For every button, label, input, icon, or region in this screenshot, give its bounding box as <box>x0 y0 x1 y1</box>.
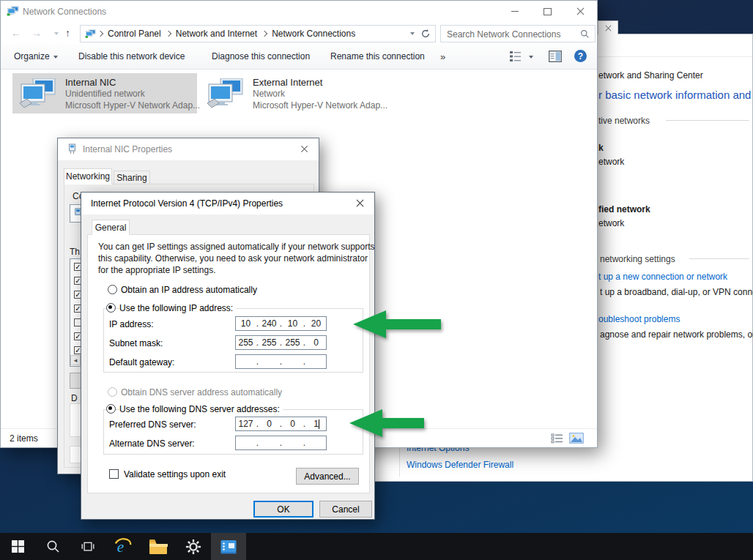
nsc-troubleshoot-link[interactable]: oubleshoot problems <box>598 314 680 324</box>
ip-address-field[interactable]: 10 240 10 20 <box>235 316 327 331</box>
close-button[interactable] <box>345 193 374 214</box>
help-icon[interactable]: ? <box>574 50 587 62</box>
connection-status: Unidentified network <box>65 89 145 99</box>
disable-device-button[interactable]: Disable this network device <box>78 51 185 61</box>
file-explorer-icon <box>149 539 168 554</box>
network-connections-app-icon <box>220 539 237 555</box>
alternate-dns-field[interactable] <box>235 436 327 450</box>
advanced-button[interactable]: Advanced... <box>296 468 359 485</box>
intro-text: You can get IP settings assigned automat… <box>98 241 375 276</box>
address-bar[interactable]: Control Panel Network and Internet Netwo… <box>80 25 436 42</box>
internet-explorer-icon: e <box>114 537 133 556</box>
obtain-dns-radio <box>108 387 117 397</box>
preferred-dns-field[interactable]: 127 0 0 1 <box>235 417 327 431</box>
nsc-breadcrumb-fragment: etwork and Sharing Center <box>598 70 703 81</box>
file-explorer-button[interactable] <box>141 533 176 560</box>
nc-navigation-bar: ← → ↑ Control Panel Network and Internet… <box>1 23 597 45</box>
section-rule <box>666 120 749 121</box>
background-close-icon[interactable] <box>598 20 618 34</box>
connection-item-internal-nic[interactable]: Internal NIC Unidentified network Micros… <box>12 73 197 113</box>
connection-device: Microsoft Hyper-V Network Adap... <box>65 100 200 111</box>
breadcrumb-network-connections[interactable]: Network Connections <box>272 29 355 39</box>
green-arrow-preferred-dns <box>346 406 429 440</box>
alternate-dns-label: Alternate DNS server: <box>109 438 195 449</box>
octet-separator <box>256 438 259 448</box>
windows-defender-firewall-link[interactable]: Windows Defender Firewall <box>407 460 513 470</box>
search-icon[interactable] <box>580 29 590 39</box>
large-icons-view-icon[interactable] <box>569 433 584 444</box>
details-view-icon[interactable] <box>551 433 563 444</box>
maximize-button[interactable] <box>531 1 564 22</box>
use-ip-radio[interactable] <box>106 303 116 313</box>
address-location-icon <box>85 29 96 39</box>
rename-connection-button[interactable]: Rename this connection <box>330 51 425 61</box>
use-ip-label: Use the following IP address: <box>119 303 236 313</box>
recent-locations-icon[interactable] <box>54 32 59 35</box>
nic-dialog-titlebar: Internal NIC Properties <box>58 138 319 160</box>
this-connection-label-fragment: Th <box>70 247 80 257</box>
gear-icon <box>185 539 201 555</box>
nsc-active-networks-label: tive networks <box>598 116 650 126</box>
section-rule <box>689 258 749 259</box>
network-adapter-icon <box>206 78 244 109</box>
dialog-title: Internal NIC Properties <box>83 144 172 154</box>
forward-icon[interactable]: → <box>31 27 42 39</box>
connection-status: Network <box>253 89 285 99</box>
nsc-change-settings-label: networking settings <box>600 254 675 264</box>
tab-general[interactable]: General <box>92 220 130 235</box>
scroll-left-icon[interactable]: ◂ <box>70 355 81 365</box>
window-title: Network Connections <box>23 7 106 17</box>
close-button[interactable] <box>289 138 319 160</box>
windows-logo-icon <box>12 540 24 553</box>
internet-explorer-button[interactable]: e <box>105 533 141 560</box>
close-icon <box>576 7 585 15</box>
minimize-button[interactable] <box>498 1 531 22</box>
change-view-icon[interactable] <box>509 51 522 62</box>
up-icon[interactable]: ↑ <box>65 27 70 39</box>
refresh-icon[interactable] <box>420 29 431 39</box>
octet-separator <box>303 356 306 367</box>
validate-settings-label: Validate settings upon exit <box>124 469 226 479</box>
octet-separator <box>279 356 283 367</box>
nsc-network2-name: fied network <box>598 204 650 214</box>
toolbar-overflow-button[interactable]: » <box>440 51 445 62</box>
text-caret <box>319 419 319 429</box>
close-button[interactable] <box>564 1 597 22</box>
task-view-button[interactable] <box>70 533 105 560</box>
cancel-button[interactable]: Cancel <box>319 501 372 518</box>
task-view-icon <box>81 540 95 553</box>
back-icon[interactable]: ← <box>11 27 21 39</box>
taskbar-search-button[interactable] <box>35 533 70 560</box>
connection-item-external-internet[interactable]: External Internet Network Microsoft Hype… <box>200 73 385 113</box>
default-gateway-field[interactable] <box>235 354 327 369</box>
subnet-mask-field[interactable]: 255 255 255 0 <box>235 335 327 350</box>
validate-settings-checkbox[interactable] <box>109 469 119 479</box>
obtain-ip-radio[interactable] <box>108 285 117 294</box>
connection-name: External Internet <box>253 77 322 88</box>
address-dropdown-icon[interactable] <box>410 32 415 35</box>
tab-networking[interactable]: Networking <box>64 168 112 184</box>
breadcrumb-network-and-internet[interactable]: Network and Internet <box>176 29 257 39</box>
nsc-network1-name: k <box>598 143 604 153</box>
nsc-setup-description: t up a broadband, dial-up, or VPN conne <box>600 287 753 297</box>
organize-menu[interactable]: Organize <box>14 51 58 61</box>
settings-button[interactable] <box>176 533 211 560</box>
breadcrumb-control-panel[interactable]: Control Panel <box>108 29 161 39</box>
start-button[interactable] <box>0 533 35 560</box>
use-dns-radio[interactable] <box>106 404 116 414</box>
green-arrow-ip-address <box>350 307 445 341</box>
network-connections-taskbar-button[interactable] <box>211 533 246 560</box>
ok-button[interactable]: OK <box>253 501 314 518</box>
view-dropdown-icon[interactable] <box>529 56 533 59</box>
search-input[interactable] <box>445 27 576 42</box>
diagnose-connection-button[interactable]: Diagnose this connection <box>212 51 310 61</box>
minimize-icon <box>511 11 519 12</box>
dialog-title: Internet Protocol Version 4 (TCP/IPv4) P… <box>91 198 283 209</box>
breadcrumb-chevron-icon <box>165 31 171 37</box>
nsc-setup-link[interactable]: t up a new connection or network <box>598 272 727 282</box>
ipv4-dialog-titlebar: Internet Protocol Version 4 (TCP/IPv4) P… <box>81 193 374 214</box>
preview-pane-icon[interactable] <box>549 51 562 62</box>
search-icon <box>46 540 60 553</box>
connection-device: Microsoft Hyper-V Network Adap... <box>253 100 387 111</box>
tab-sharing[interactable]: Sharing <box>114 171 150 184</box>
